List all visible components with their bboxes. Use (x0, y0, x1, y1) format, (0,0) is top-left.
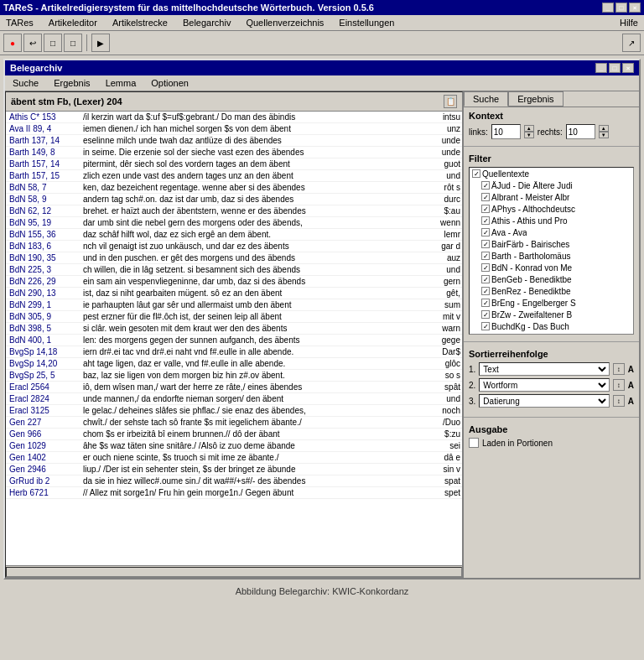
belegarchiv-close[interactable]: × (622, 63, 634, 73)
rechts-input[interactable] (566, 124, 595, 139)
filter-checkbox-10[interactable]: ✓ (481, 287, 490, 295)
filter-checkbox-5[interactable]: ✓ (481, 228, 490, 236)
kwic-row[interactable]: Barth 137, 14 eselinne milch unde twah d… (6, 135, 462, 147)
kwic-row[interactable]: Eracl 3125 le gelac./ deheines slâfes si… (6, 405, 462, 417)
kwic-row[interactable]: Gen 1402 er ouch niene scinte, $s truoch… (6, 452, 462, 464)
tab-ergebnis[interactable]: Ergebnis (508, 91, 563, 107)
belegarchiv-maximize[interactable]: □ (609, 63, 621, 73)
kwic-row[interactable]: BdN 183, 6 nch vil genaigt ist zuo unkäu… (6, 241, 462, 252)
toolbar-btn4[interactable]: □ (64, 34, 82, 52)
menu-tares[interactable]: TARes (3, 17, 36, 29)
kwic-row[interactable]: Barth 157, 15 zlich ezen unde vast des a… (6, 170, 462, 182)
filter-list[interactable]: ✓ Quellentexte ✓ ÄJud - Die Ältere Judi … (469, 167, 634, 335)
filter-checkbox-7[interactable]: ✓ (481, 252, 490, 260)
links-up[interactable]: ▲ (524, 125, 534, 132)
kwic-row[interactable]: Herb 6721 // Allez mit sorge1n/ Fru hin … (6, 487, 462, 499)
sort-arrow-2[interactable]: ↕ (613, 379, 625, 391)
close-button[interactable]: × (629, 3, 641, 13)
filter-checkbox-14[interactable]: ✓ (481, 334, 490, 335)
kwic-row[interactable]: BdN 305, 9 pest erzner für die fl#.ôch i… (6, 311, 462, 323)
filter-checkbox-13[interactable]: ✓ (481, 322, 490, 330)
filter-item[interactable]: ✓ Barth - Bartholomäus (470, 250, 633, 262)
belegarchiv-menu-ergebnis[interactable]: Ergebnis (51, 77, 92, 89)
belegarchiv-minimize[interactable]: _ (595, 63, 607, 73)
filter-item[interactable]: ✓ Quellentexte (470, 168, 633, 179)
kwic-row[interactable]: BdN 299, 1 ie parhaupten lâut gar sêr un… (6, 299, 462, 311)
toolbar-play-button[interactable]: ▶ (91, 34, 110, 52)
links-down[interactable]: ▼ (524, 132, 534, 138)
kwic-row[interactable]: Eracl 2824 unde mannen,/ da endorfte nie… (6, 393, 462, 405)
links-input[interactable] (491, 124, 521, 139)
belegarchiv-menu-lemma[interactable]: Lemma (103, 77, 139, 89)
filter-item[interactable]: ✓ Ava - Ava (470, 226, 633, 238)
filter-checkbox-11[interactable]: ✓ (481, 299, 490, 307)
filter-checkbox-6[interactable]: ✓ (481, 240, 490, 248)
kwic-row[interactable]: Ava II 89, 4 iemen dienen./ ich han mich… (6, 123, 462, 135)
kwic-row[interactable]: BvgSp 14,20 aht tage ligen, daz er valle… (6, 358, 462, 370)
filter-checkbox-8[interactable]: ✓ (481, 263, 490, 272)
filter-checkbox-2[interactable]: ✓ (481, 193, 490, 201)
belegarchiv-menu-optionen[interactable]: Optionen (148, 77, 191, 89)
filter-item[interactable]: ✓ Athis - Athis und Pro (470, 215, 633, 226)
toolbar-back-button[interactable]: ↩ (23, 34, 42, 52)
menu-einstellungen[interactable]: Einstellungen (336, 17, 397, 29)
minimize-button[interactable]: _ (602, 3, 614, 13)
kwic-row[interactable]: Athis C* 153 /il kerzin wart da $:uf $=u… (6, 112, 462, 123)
menu-artikelstrecke[interactable]: Artikelstrecke (110, 17, 170, 29)
ausgabe-checkbox[interactable] (469, 438, 479, 448)
kwic-row[interactable]: Gen 966 chom $s er irbeizitâ bî einem br… (6, 429, 462, 440)
kwic-row[interactable]: BdN 400, 1 len: des morgens gegen der su… (6, 335, 462, 346)
kwic-row[interactable]: BdN 226, 29 ein sam ain vespenvliegeninn… (6, 276, 462, 288)
menu-quellenverzeichnis[interactable]: Quellenverzeichnis (243, 17, 326, 29)
filter-item[interactable]: ✓ ÄJud - Die Ältere Judi (470, 179, 633, 191)
filter-item[interactable]: ✓ BdN - Konrad von Me (470, 262, 633, 273)
kwic-row[interactable]: GrRud ib 2 da sie in hiez willec#.oume s… (6, 476, 462, 487)
filter-item[interactable]: ✓ BrEng - Engelberger S (470, 297, 633, 309)
sort-arrow-3[interactable]: ↕ (613, 395, 625, 407)
filter-item[interactable]: ✓ BrZw - Zweifaltener B (470, 309, 633, 320)
kwic-row[interactable]: Barth 149, 8 in seime. Die erzenie sol d… (6, 147, 462, 159)
kwic-row[interactable]: Gen 1029 âhe $s waz täten sine snitâre./… (6, 440, 462, 452)
filter-item[interactable]: ✓ BenGeb - Benediktbe (470, 273, 633, 285)
filter-item[interactable]: ✓ BenRez - Benediktbe (470, 285, 633, 297)
kwic-row[interactable]: BdN 155, 36 daz schâf hilft wol, daz ez … (6, 229, 462, 241)
filter-checkbox-12[interactable]: ✓ (481, 310, 490, 319)
rechts-down[interactable]: ▼ (599, 132, 609, 138)
kwic-row[interactable]: BdN 398, 5 si clâr. wein gesoten mit dem… (6, 323, 462, 335)
header-icon-button[interactable]: 📋 (444, 95, 457, 108)
rechts-up[interactable]: ▲ (599, 125, 609, 132)
kwic-row[interactable]: BdN 290, 13 ist, daz si niht gearbaiten … (6, 288, 462, 299)
kwic-row[interactable]: BdN 58, 7 ken, daz bezeichent regentage.… (6, 182, 462, 194)
kwic-row[interactable]: Barth 157, 14 pitermint, dêr siech sol d… (6, 159, 462, 170)
filter-item[interactable]: ✓ APhys - Althochdeutsc (470, 203, 633, 215)
kwic-row[interactable]: Gen 2946 liup./ /Der ist ein sehenter st… (6, 464, 462, 476)
kwic-row[interactable]: BdN 62, 12 brehet. er haïzt auch der äbe… (6, 205, 462, 217)
filter-item[interactable]: ✓ BvgSp - Das Buch vo (470, 332, 633, 335)
kwic-row[interactable]: BdN 225, 3 ch willen, die in lâg setzent… (6, 264, 462, 276)
filter-checkbox-4[interactable]: ✓ (481, 216, 490, 225)
kwic-row[interactable]: BvgSp 25, 5 baz, laz sie ligen von dem m… (6, 370, 462, 382)
filter-checkbox-1[interactable]: ✓ (481, 181, 490, 190)
bottom-scrollbar[interactable] (6, 565, 462, 577)
filter-checkbox-3[interactable]: ✓ (481, 205, 490, 213)
tab-suche[interactable]: Suche (464, 91, 508, 107)
horizontal-scrollbar[interactable] (6, 567, 462, 577)
filter-checkbox-9[interactable]: ✓ (481, 275, 490, 283)
sort-arrow-1[interactable]: ↕ (613, 363, 625, 375)
sort-select-2[interactable]: Wortform (479, 378, 609, 392)
toolbar-stop-button[interactable]: ● (3, 34, 22, 52)
sort-select-1[interactable]: Text (479, 362, 609, 376)
kwic-row[interactable]: BdN 58, 9 andern tag sch#.on. daz ist da… (6, 194, 462, 205)
kwic-list[interactable]: Athis C* 153 /il kerzin wart da $:uf $=u… (6, 112, 462, 565)
kwic-row[interactable]: BdN 95, 19 dar umb sint die nebel gern d… (6, 217, 462, 229)
toolbar-right-button[interactable]: ↗ (622, 34, 641, 52)
maximize-button[interactable]: □ (615, 3, 627, 13)
menu-belegarchiv[interactable]: Belegarchiv (180, 17, 233, 29)
filter-item[interactable]: ✓ Albrant - Meister Albr (470, 191, 633, 203)
kwic-row[interactable]: Eracl 2564 iô, dem wîsen man,/ wart der … (6, 382, 462, 393)
kwic-row[interactable]: BvgSp 14,18 iern dr#.ei tac vnd dr#.ei n… (6, 346, 462, 358)
menu-artikeleditor[interactable]: Artikeleditor (46, 17, 100, 29)
filter-item[interactable]: ✓ BairFärb - Bairisches (470, 238, 633, 250)
kwic-row[interactable]: BdN 190, 35 und in den puschen. er gêt d… (6, 252, 462, 264)
sort-select-3[interactable]: Datierung (479, 394, 609, 408)
